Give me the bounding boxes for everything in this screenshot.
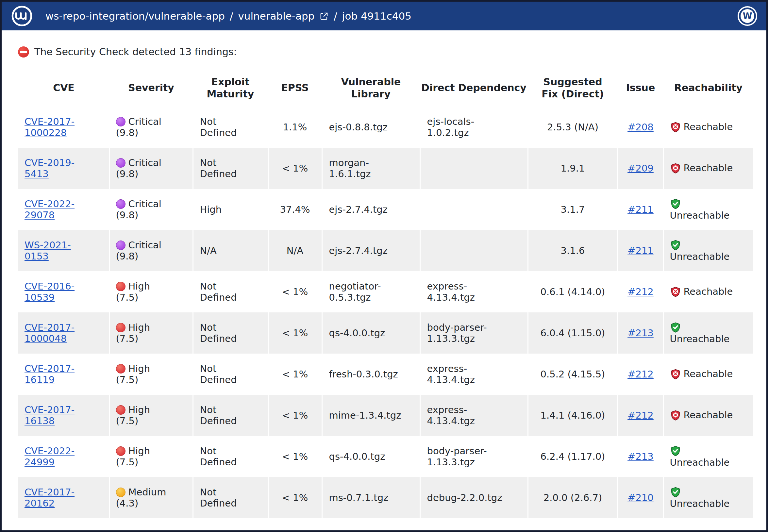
unreachable-shield-icon [670,239,681,251]
reachability-cell: Unreachable [663,436,753,477]
reachability-label: Reachable [684,162,733,174]
column-header-epss: EPSS [268,69,322,107]
avatar-letter: W [741,9,754,23]
findings-summary: The Security Check detected 13 findings: [18,46,750,58]
severity-dot-icon [116,488,125,497]
vulnerable-library-cell: qs-4.0.0.tgz [322,436,420,477]
breadcrumb-project-link[interactable]: vulnerable-app [238,10,314,22]
breadcrumb-repo-link[interactable]: ws-repo-integration/vulnerable-app [45,10,225,22]
external-link-icon[interactable] [319,11,329,21]
header-row: CVE Severity Exploit Maturity EPSS Vulne… [18,69,753,107]
severity-cell: Critical (9.8) [109,148,193,189]
issue-cell: #212 [618,271,663,312]
findings-table-body: CVE-2017-1000228 Critical (9.8) Not Defi… [18,107,753,518]
exploit-maturity-cell: Not Defined [193,436,268,477]
suggested-fix-cell: 6.2.4 (1.17.0) [528,436,618,477]
severity-dot-icon [116,282,125,291]
epss-cell: 1.1% [268,107,322,148]
issue-cell: #209 [618,148,663,189]
main-content: The Security Check detected 13 findings:… [2,30,766,525]
cve-link[interactable]: CVE-2022-24999 [25,445,75,468]
exploit-maturity-cell: Not Defined [193,312,268,354]
exploit-maturity-cell: High [193,189,268,230]
direct-dependency-cell: express-4.13.4.tgz [420,354,528,395]
column-header-dependency: Direct Dependency [420,69,528,107]
issue-cell: #210 [618,477,663,518]
cve-cell: CVE-2022-29078 [18,189,109,230]
issue-link[interactable]: #212 [627,286,654,297]
reachable-shield-icon [670,162,681,174]
direct-dependency-cell [420,230,528,271]
vulnerable-library-cell: morgan-1.6.1.tgz [322,148,420,189]
reachability-label: Reachable [684,368,733,379]
user-avatar[interactable]: W [738,6,757,26]
severity-cell: High (7.5) [109,271,193,312]
issue-link[interactable]: #209 [627,163,654,174]
reachability-label: Unreachable [670,251,730,262]
severity-dot-icon [116,405,125,415]
reachability-label: Unreachable [670,210,730,221]
cve-link[interactable]: CVE-2016-10539 [25,281,75,303]
suggested-fix-cell: 3.1.6 [528,230,618,271]
findings-table: CVE Severity Exploit Maturity EPSS Vulne… [18,69,753,518]
issue-cell: #213 [618,312,663,354]
issue-link[interactable]: #211 [627,245,654,256]
epss-cell: < 1% [268,271,322,312]
reachability-cell: Unreachable [663,230,753,271]
vulnerable-library-cell: ejs-0.8.8.tgz [322,107,420,148]
findings-summary-text: The Security Check detected 13 findings: [34,46,237,58]
unreachable-shield-icon [670,198,681,210]
column-header-library: Vulnerable Library [322,69,420,107]
cve-link[interactable]: WS-2021-0153 [25,240,71,262]
direct-dependency-cell [420,189,528,230]
mend-logo-icon[interactable] [11,5,33,27]
issue-link[interactable]: #210 [627,492,654,503]
cve-link[interactable]: CVE-2022-29078 [25,198,75,221]
reachability-cell: Reachable [663,148,753,189]
epss-cell: N/A [268,230,322,271]
cve-link[interactable]: CVE-2017-1000228 [25,116,75,138]
issue-link[interactable]: #213 [627,327,654,339]
severity-cell: High (7.5) [109,312,193,354]
reachability-cell: Reachable [663,271,753,312]
column-header-cve: CVE [18,69,109,107]
reachability-cell: Reachable [663,354,753,395]
exploit-maturity-cell: Not Defined [193,354,268,395]
issue-link[interactable]: #213 [627,451,654,462]
epss-cell: < 1% [268,395,322,436]
severity-dot-icon [116,446,125,456]
avatar-letter-text: W [743,11,752,21]
cve-cell: CVE-2016-10539 [18,271,109,312]
cve-link[interactable]: CVE-2017-16138 [25,404,75,426]
direct-dependency-cell: express-4.13.4.tgz [420,271,528,312]
table-row: CVE-2022-29078 Critical (9.8) High 37.4%… [18,189,753,230]
breadcrumb: ws-repo-integration/vulnerable-app / vul… [45,10,411,22]
cve-cell: CVE-2017-16138 [18,395,109,436]
direct-dependency-cell: body-parser-1.13.3.tgz [420,436,528,477]
cve-cell: CVE-2017-20162 [18,477,109,518]
cve-cell: CVE-2019-5413 [18,148,109,189]
suggested-fix-cell: 0.6.1 (4.14.0) [528,271,618,312]
cve-link[interactable]: CVE-2019-5413 [25,157,75,179]
severity-cell: Critical (9.8) [109,230,193,271]
unreachable-shield-icon [670,445,681,457]
reachable-shield-icon [670,368,681,380]
table-row: CVE-2016-10539 High (7.5) Not Defined < … [18,271,753,312]
issue-cell: #212 [618,395,663,436]
cve-link[interactable]: CVE-2017-20162 [25,487,75,509]
severity-cell: Critical (9.8) [109,189,193,230]
issue-link[interactable]: #208 [627,122,654,133]
issue-link[interactable]: #212 [627,410,654,421]
vulnerable-library-cell: negotiator-0.5.3.tgz [322,271,420,312]
exploit-maturity-cell: N/A [193,230,268,271]
vulnerable-library-cell: ejs-2.7.4.tgz [322,189,420,230]
breadcrumb-separator: / [334,10,337,22]
cve-link[interactable]: CVE-2017-1000048 [25,322,75,344]
cve-link[interactable]: CVE-2017-16119 [25,363,75,385]
issue-link[interactable]: #211 [627,204,654,215]
issue-link[interactable]: #212 [627,369,654,380]
exploit-maturity-cell: Not Defined [193,148,268,189]
suggested-fix-cell: 2.5.3 (N/A) [528,107,618,148]
cve-cell: CVE-2022-24999 [18,436,109,477]
breadcrumb-job[interactable]: job 4911c405 [342,10,411,22]
